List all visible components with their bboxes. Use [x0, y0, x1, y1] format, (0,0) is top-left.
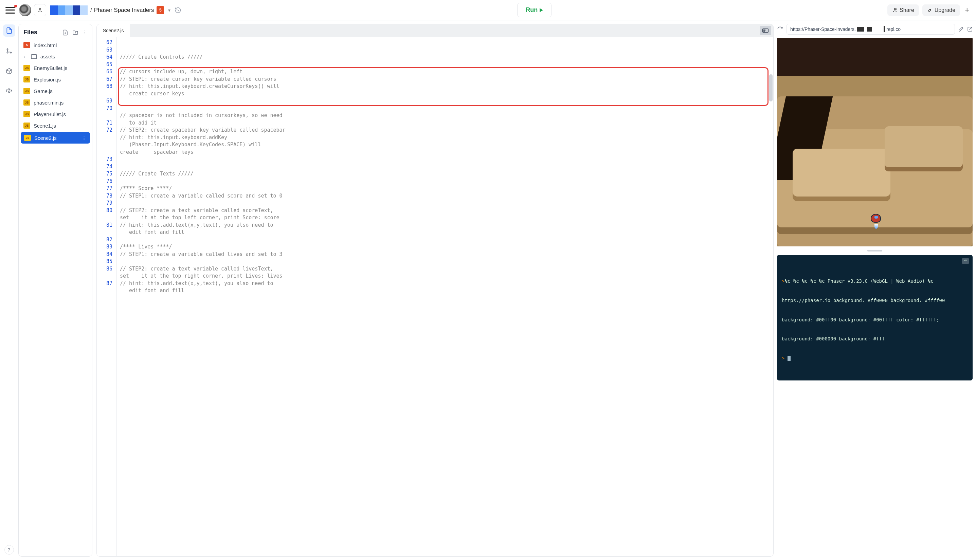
chevron-down-icon[interactable]: ▾ [167, 7, 172, 13]
console-cursor [787, 356, 790, 361]
console-line: https://phaser.io background: #ff0000 ba… [782, 297, 968, 304]
files-title: Files [23, 29, 37, 36]
refresh-icon[interactable] [777, 26, 783, 32]
new-file-icon[interactable] [62, 30, 68, 36]
js-icon: JS [23, 65, 30, 71]
file-name: Scene1.js [33, 123, 56, 128]
file-more-icon[interactable]: ⋮ [82, 135, 87, 141]
file-row[interactable]: JSphaser.min.js [19, 97, 92, 108]
game-preview[interactable] [777, 38, 973, 247]
url-suffix: repl.co [886, 27, 901, 32]
code-editor[interactable]: 6263646566676869707172737475767778798081… [97, 37, 773, 556]
share-label: Share [899, 7, 914, 13]
file-row[interactable]: JSScene2.js⋮ [21, 132, 90, 143]
folder-icon [31, 54, 37, 59]
new-folder-icon[interactable] [72, 30, 79, 36]
more-icon[interactable]: ⋮ [82, 30, 87, 36]
history-icon[interactable] [175, 7, 181, 13]
file-row[interactable]: JSScene1.js [19, 120, 92, 131]
player-ship [871, 214, 882, 225]
help-icon[interactable]: ? [4, 545, 14, 555]
svg-point-5 [7, 52, 8, 53]
upgrade-button[interactable]: Upgrade [923, 4, 960, 16]
run-label: Run [526, 7, 538, 13]
svg-point-4 [10, 52, 11, 53]
html-icon: 5 [23, 42, 30, 48]
share-icon [892, 7, 897, 13]
svg-point-0 [39, 8, 41, 10]
file-name: Explosion.js [33, 77, 61, 82]
edit-url-icon[interactable] [958, 27, 964, 32]
url-prefix: https://Phaser-Space-Invaders. [790, 27, 856, 32]
pane-resize-handle[interactable] [867, 250, 882, 252]
play-icon [540, 8, 543, 12]
svg-point-1 [894, 8, 896, 10]
clear-console-icon[interactable]: ⌫ [962, 258, 969, 264]
file-name: Game.js [33, 88, 53, 94]
svg-point-2 [930, 10, 930, 10]
packages-icon[interactable] [3, 65, 15, 77]
file-name: Scene2.js [34, 135, 57, 141]
svg-point-6 [8, 91, 10, 93]
top-bar: / Phaser Space Invaders 5 ▾ Run Share Up… [0, 0, 976, 20]
js-icon: JS [23, 88, 30, 94]
share-button[interactable]: Share [887, 4, 919, 16]
file-row[interactable]: ›assets [19, 51, 92, 62]
code-content[interactable]: ///// Create Controls /////// cursors in… [117, 37, 773, 556]
js-icon: JS [23, 111, 30, 117]
editor-pane: Scene2.js 626364656667686970717273747576… [97, 24, 774, 557]
main-layout: ? Files ⋮ 5index.html›assetsJSEnemyBulle… [0, 20, 976, 560]
rocket-icon [927, 7, 933, 13]
file-name: EnemyBullet.js [33, 65, 67, 71]
upgrade-label: Upgrade [934, 7, 955, 13]
js-icon: JS [23, 123, 30, 128]
js-icon: JS [23, 77, 30, 82]
left-rail: ? [0, 20, 18, 560]
settings-icon[interactable] [3, 85, 15, 98]
file-row[interactable]: JSExplosion.js [19, 73, 92, 85]
console-line: %c %c %c %c %c Phaser v3.23.0 (WebGL | W… [784, 278, 933, 284]
preview-pane: https://Phaser-Space-Invaders. repl.co [777, 24, 973, 557]
file-row[interactable]: JSGame.js [19, 85, 92, 97]
file-row[interactable]: 5index.html [19, 39, 92, 51]
run-button[interactable]: Run [517, 3, 552, 17]
file-list: 5index.html›assetsJSEnemyBullet.jsJSExpl… [19, 39, 92, 144]
open-new-tab-icon[interactable] [967, 27, 973, 32]
user-avatar[interactable] [50, 5, 88, 15]
menu-icon[interactable] [5, 7, 15, 13]
editor-tab-label: Scene2.js [103, 28, 124, 33]
console-line: background: #000000 background: #fff [782, 336, 968, 342]
files-nav-icon[interactable] [3, 25, 15, 37]
html5-badge-icon: 5 [157, 6, 164, 14]
version-control-icon[interactable] [3, 45, 15, 57]
js-icon: JS [24, 135, 31, 141]
new-repl-icon[interactable]: + [963, 6, 971, 15]
line-gutter: 6263646566676869707172737475767778798081… [97, 37, 116, 556]
replit-logo[interactable] [19, 4, 31, 16]
file-name: phaser.min.js [33, 100, 64, 105]
markdown-preview-icon[interactable] [760, 26, 771, 35]
project-name[interactable]: Phaser Space Invaders [94, 7, 154, 13]
editor-tab[interactable]: Scene2.js [97, 24, 130, 37]
file-name: PlayerBullet.js [33, 111, 66, 117]
file-row[interactable]: JSEnemyBullet.js [19, 62, 92, 73]
preview-toolbar: https://Phaser-Space-Invaders. repl.co [777, 24, 973, 35]
file-row[interactable]: JSPlayerBullet.js [19, 108, 92, 120]
preview-url-input[interactable]: https://Phaser-Space-Invaders. repl.co [787, 24, 955, 35]
breadcrumb: / Phaser Space Invaders [90, 7, 154, 13]
editor-tabs: Scene2.js [97, 24, 773, 37]
chevron-right-icon: › [23, 53, 27, 59]
files-pane: Files ⋮ 5index.html›assetsJSEnemyBullet.… [18, 24, 92, 557]
multiplayer-icon[interactable] [34, 4, 46, 16]
breadcrumb-sep: / [90, 7, 92, 13]
file-name: assets [40, 53, 55, 59]
console-line: background: #00ff00 background: #00ffff … [782, 317, 968, 323]
scrollbar-thumb[interactable] [769, 74, 772, 102]
file-name: index.html [33, 42, 57, 48]
js-icon: JS [23, 100, 30, 105]
svg-point-3 [7, 48, 8, 50]
console-output[interactable]: ⌫ >%c %c %c %c %c Phaser v3.23.0 (WebGL … [777, 255, 973, 380]
